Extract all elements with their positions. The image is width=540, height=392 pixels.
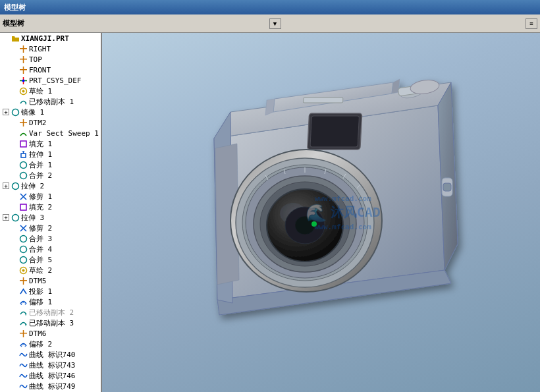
tree-spacer	[3, 35, 9, 42]
svg-rect-15	[20, 141, 26, 147]
tree-item[interactable]: TOP	[0, 54, 101, 65]
toolbar-btn2[interactable]: ≡	[526, 18, 537, 29]
tree-spacer	[11, 298, 17, 305]
tree-item-label: 曲线 标识740	[29, 350, 76, 360]
tree-item[interactable]: RIGHT	[0, 43, 101, 54]
tree-item[interactable]: DTM5	[0, 275, 101, 286]
tree-spacer	[11, 362, 17, 368]
tree-item-label: Var Sect Sweep 1	[29, 129, 99, 138]
tree-item[interactable]: FRONT	[0, 65, 101, 75]
tree-item[interactable]: 曲线 标识749	[0, 381, 101, 391]
tree-item-label: 修剪 2	[29, 223, 52, 233]
svg-point-20	[20, 172, 26, 179]
tree-item[interactable]: DTM2	[0, 117, 101, 128]
tree-item[interactable]: 已移动副本 3	[0, 318, 101, 328]
tree-item[interactable]: 拉伸 1	[0, 149, 101, 159]
tree-item-label: DTM6	[29, 329, 47, 338]
tree-item-icon	[18, 360, 28, 370]
tree-item-label: 拉伸 2	[21, 181, 44, 191]
tree-item-label: 合并 1	[29, 160, 52, 170]
tree-spacer	[11, 351, 17, 358]
tree-spacer	[11, 56, 17, 63]
tree-item[interactable]: +拉伸 2	[0, 181, 101, 191]
svg-rect-48	[303, 98, 342, 103]
tree-spacer	[11, 151, 17, 157]
tree-item-icon	[18, 371, 28, 380]
svg-rect-47	[310, 116, 359, 147]
tree-item-label: PRT_CSYS_DEF	[29, 76, 81, 85]
tree-item[interactable]: 曲线 标识746	[0, 370, 101, 381]
tree-item-label: 已移动副本 1	[29, 97, 74, 107]
tree-item[interactable]: 已移动副本 1	[0, 96, 101, 107]
svg-point-70	[311, 221, 317, 227]
toolbar-label: 模型树	[3, 18, 24, 28]
viewport[interactable]: www.mfcad.com 🌊 沐风CAD www.mfcad.com	[102, 33, 540, 392]
tree-item[interactable]: 已移动副本 2	[0, 307, 101, 318]
tree-item[interactable]: 合并 1	[0, 159, 101, 170]
tree-item-icon	[18, 223, 28, 233]
tree-item-icon	[18, 150, 28, 159]
tree-item[interactable]: 合并 4	[0, 244, 101, 254]
tree-item[interactable]: 填充 1	[0, 138, 101, 149]
tree-item-label: 合并 4	[29, 244, 52, 254]
tree-item[interactable]: 投影 1	[0, 286, 101, 296]
svg-point-12	[12, 109, 18, 115]
tree-item[interactable]: 草绘 1	[0, 86, 101, 96]
tree-item-icon	[18, 287, 28, 296]
tree-item-icon	[18, 118, 28, 127]
tree-item[interactable]: 偏移 1	[0, 296, 101, 307]
tree-spacer	[11, 45, 17, 52]
tree-item[interactable]: 填充 2	[0, 202, 101, 212]
tree-spacer	[11, 98, 17, 105]
tree-item[interactable]: +拉伸 3	[0, 212, 101, 223]
tree-item[interactable]: PRT_CSYS_DEF	[0, 75, 101, 86]
tree-item[interactable]: 修剪 2	[0, 223, 101, 233]
tree-item[interactable]: 偏移 2	[0, 339, 101, 349]
tree-spacer	[11, 161, 17, 168]
tree-item-label: 曲线 标识743	[29, 360, 76, 370]
tree-item-icon	[18, 202, 28, 211]
svg-point-21	[12, 182, 18, 189]
tree-item[interactable]: 合并 2	[0, 170, 101, 181]
tree-container[interactable]: XIANGJI.PRTRIGHTTOPFRONTPRT_CSYS_DEF草绘 1…	[0, 33, 101, 392]
tree-item[interactable]: DTM6	[0, 328, 101, 339]
tree-item-icon	[11, 181, 20, 190]
tree-expand-btn[interactable]: +	[3, 182, 9, 189]
tree-item[interactable]: +镜像 1	[0, 107, 101, 117]
tree-expand-btn[interactable]: +	[3, 109, 9, 115]
tree-spacer	[11, 341, 17, 347]
tree-item-icon	[11, 213, 20, 222]
tree-item[interactable]: XIANGJI.PRT	[0, 33, 101, 43]
tree-item[interactable]: 合并 5	[0, 254, 101, 265]
tree-item-icon	[18, 128, 28, 138]
tree-item-icon	[18, 234, 28, 243]
svg-point-8	[22, 79, 24, 82]
tree-item-icon	[18, 55, 28, 64]
tree-spacer	[11, 204, 17, 210]
svg-rect-22	[20, 204, 26, 210]
tree-item-icon	[18, 266, 28, 275]
tree-item[interactable]: 曲线 标识743	[0, 360, 101, 370]
tree-item-label: XIANGJI.PRT	[21, 34, 69, 43]
tree-item-label: 草绘 1	[29, 86, 52, 96]
tree-item[interactable]: Var Sect Sweep 1	[0, 128, 101, 138]
tree-spacer	[11, 256, 17, 263]
tree-item-label: FRONT	[29, 66, 51, 74]
title-bar: 模型树	[0, 0, 540, 14]
tree-item-icon	[11, 107, 20, 117]
tree-spacer	[11, 383, 17, 389]
tree-expand-btn[interactable]: +	[3, 214, 9, 221]
tree-item[interactable]: 合并 3	[0, 233, 101, 244]
tree-item-label: TOP	[29, 55, 42, 64]
model-tree-panel: XIANGJI.PRTRIGHTTOPFRONTPRT_CSYS_DEF草绘 1…	[0, 33, 102, 392]
tree-spacer	[11, 67, 17, 73]
tree-item-icon	[18, 44, 28, 53]
tree-spacer	[11, 235, 17, 242]
tree-item-label: 修剪 1	[29, 192, 52, 202]
tree-item[interactable]: 修剪 1	[0, 191, 101, 202]
tree-item[interactable]: 曲线 标识740	[0, 349, 101, 360]
tree-spacer	[11, 246, 17, 252]
toolbar-btn1[interactable]: ▼	[269, 18, 281, 29]
tree-item-icon	[18, 339, 28, 349]
tree-item[interactable]: 草绘 2	[0, 265, 101, 275]
